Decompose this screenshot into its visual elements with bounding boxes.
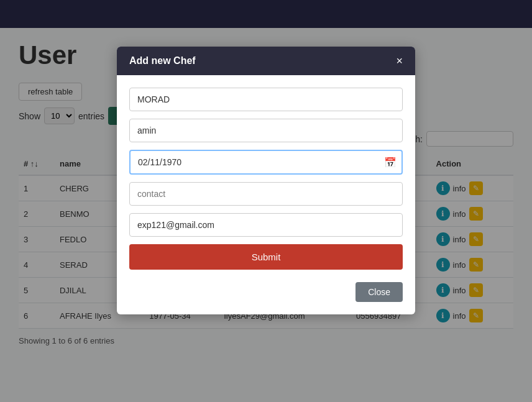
contact-input[interactable] xyxy=(129,182,403,206)
lastname-input[interactable] xyxy=(129,119,403,142)
firstname-input[interactable] xyxy=(129,88,403,111)
top-bar xyxy=(0,0,532,28)
add-chef-modal: Add new Chef × 📅 Submit Close xyxy=(117,47,415,314)
calendar-icon[interactable]: 📅 xyxy=(384,157,397,168)
date-input-wrapper: 📅 xyxy=(129,150,403,175)
modal-body: 📅 Submit xyxy=(117,75,415,282)
submit-button[interactable]: Submit xyxy=(129,244,403,270)
modal-footer: Close xyxy=(117,282,415,314)
modal-close-x-button[interactable]: × xyxy=(396,55,403,66)
modal-overlay: Add new Chef × 📅 Submit Close xyxy=(0,28,532,402)
date-input[interactable] xyxy=(129,150,403,175)
modal-header: Add new Chef × xyxy=(117,47,415,75)
main-content: User refresh table Show 10 25 50 entries… xyxy=(0,28,532,402)
email-input[interactable] xyxy=(129,213,403,237)
modal-title: Add new Chef xyxy=(129,55,196,66)
close-button[interactable]: Close xyxy=(355,282,403,302)
